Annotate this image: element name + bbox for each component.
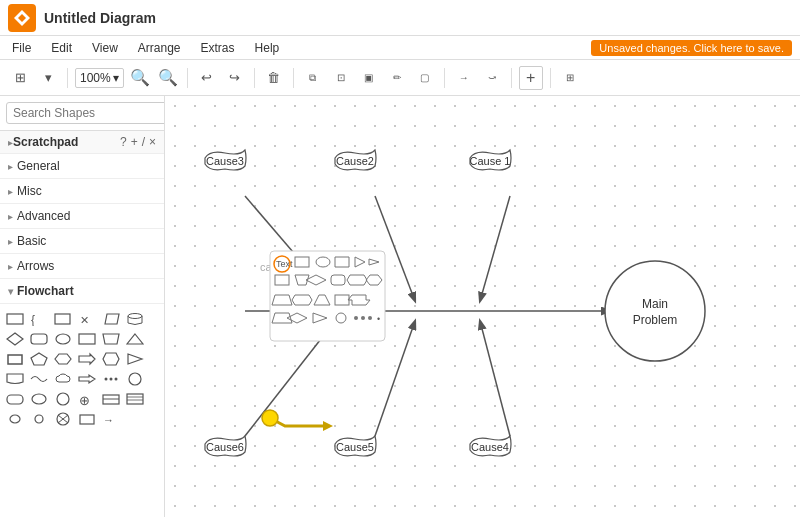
svg-marker-15 xyxy=(31,353,47,365)
undo-btn[interactable]: ↩ xyxy=(195,66,219,90)
zoom-in-btn[interactable]: 🔍 xyxy=(156,66,180,90)
shape-ellipse2[interactable] xyxy=(28,390,50,408)
shape-rect4[interactable] xyxy=(4,350,26,368)
arrows-label: Arrows xyxy=(17,259,54,273)
sidebar-item-flowchart[interactable]: ▾ Flowchart xyxy=(0,279,164,304)
menu-edit[interactable]: Edit xyxy=(47,40,76,56)
duplicate-btn[interactable]: ⧉ xyxy=(301,66,325,90)
scratchpad-label[interactable]: Scratchpad xyxy=(13,135,120,149)
shape-pentagon[interactable] xyxy=(28,350,50,368)
scratchpad-actions: ? + / × xyxy=(120,135,156,149)
menu-view[interactable]: View xyxy=(88,40,122,56)
border-btn[interactable]: ▢ xyxy=(413,66,437,90)
svg-marker-12 xyxy=(103,334,119,344)
sidebar-item-arrows[interactable]: ▸ Arrows xyxy=(0,254,164,279)
svg-text:Cause3: Cause3 xyxy=(206,155,244,167)
toolbar-page-dropdown[interactable]: ▾ xyxy=(36,66,60,90)
shape-doc[interactable] xyxy=(4,370,26,388)
scratchpad-edit-btn[interactable]: / xyxy=(142,135,145,149)
zoom-dropdown-icon: ▾ xyxy=(113,71,119,85)
search-input[interactable] xyxy=(6,102,165,124)
pen-btn[interactable]: ✏ xyxy=(385,66,409,90)
toolbar-sep-1 xyxy=(67,68,68,88)
title-bar: Untitled Diagram xyxy=(0,0,800,36)
search-box: 🔍 xyxy=(0,96,164,131)
sidebar-item-advanced[interactable]: ▸ Advanced xyxy=(0,204,164,229)
shape-circle2[interactable] xyxy=(52,390,74,408)
canvas-area[interactable]: causes Main Problem xyxy=(165,96,800,517)
shape-dots[interactable] xyxy=(100,370,122,388)
insert-btn[interactable]: + xyxy=(519,66,543,90)
delete-btn[interactable]: 🗑 xyxy=(262,66,286,90)
sidebar-item-general[interactable]: ▸ General xyxy=(0,154,164,179)
shape-bigrarrow[interactable] xyxy=(76,370,98,388)
shape-ellipse[interactable] xyxy=(52,330,74,348)
shape-rect3[interactable] xyxy=(76,330,98,348)
svg-text:⊕: ⊕ xyxy=(79,393,90,406)
scratchpad-help-btn[interactable]: ? xyxy=(120,135,127,149)
sidebar-item-misc[interactable]: ▸ Misc xyxy=(0,179,164,204)
table-btn[interactable]: ⊞ xyxy=(558,66,582,90)
scratchpad-add-btn[interactable]: + xyxy=(131,135,138,149)
shape-cloud[interactable] xyxy=(52,370,74,388)
arrows-arrow: ▸ xyxy=(8,261,13,272)
svg-marker-20 xyxy=(79,375,95,383)
shape-trapezoid[interactable] xyxy=(100,330,122,348)
toolbar-sep-3 xyxy=(254,68,255,88)
shape-circle[interactable] xyxy=(124,370,146,388)
menu-help[interactable]: Help xyxy=(251,40,284,56)
menu-arrange[interactable]: Arrange xyxy=(134,40,185,56)
shape-diamond[interactable] xyxy=(4,330,26,348)
redo-btn[interactable]: ↪ xyxy=(223,66,247,90)
svg-marker-4 xyxy=(105,314,119,324)
shape-play[interactable] xyxy=(124,350,146,368)
shape-triangle[interactable] xyxy=(124,330,146,348)
shape-darrow[interactable] xyxy=(100,350,122,368)
svg-line-47 xyxy=(480,321,510,436)
menu-extras[interactable]: Extras xyxy=(197,40,239,56)
toolbar-sep-5 xyxy=(444,68,445,88)
shape-plus[interactable]: ⊕ xyxy=(76,390,98,408)
shape-cylinder[interactable] xyxy=(124,310,146,328)
svg-point-22 xyxy=(110,378,113,381)
shape-rounded-rect[interactable] xyxy=(28,330,50,348)
sidebar-item-basic[interactable]: ▸ Basic xyxy=(0,229,164,254)
svg-point-10 xyxy=(56,334,70,344)
svg-point-5 xyxy=(128,314,142,319)
shape-rect[interactable] xyxy=(4,310,26,328)
flowchart-arrow: ▾ xyxy=(8,286,13,297)
toolbar-pages-btn[interactable]: ⊞ xyxy=(8,66,32,90)
shape-rect5[interactable] xyxy=(76,410,98,428)
toolbar-zoom[interactable]: 100% ▾ xyxy=(75,68,124,88)
shape-wavy[interactable] xyxy=(28,370,50,388)
shape-cross[interactable]: ✕ xyxy=(76,310,98,328)
misc-label: Misc xyxy=(17,184,42,198)
waypoint-btn[interactable]: ⤻ xyxy=(480,66,504,90)
toolbar-sep-2 xyxy=(187,68,188,88)
scratchpad-close-btn[interactable]: × xyxy=(149,135,156,149)
svg-text:Cause 1: Cause 1 xyxy=(470,155,511,167)
shape-parallelogram[interactable] xyxy=(100,310,122,328)
shape-small-circle[interactable] xyxy=(28,410,50,428)
shape-horiz-split[interactable] xyxy=(100,390,122,408)
svg-text:✕: ✕ xyxy=(80,314,89,326)
shape-lines-rect[interactable] xyxy=(124,390,146,408)
shape-circle-x[interactable] xyxy=(52,410,74,428)
menu-file[interactable]: File xyxy=(8,40,35,56)
fill-btn[interactable]: ▣ xyxy=(357,66,381,90)
shape-hexagon[interactable] xyxy=(52,350,74,368)
svg-point-26 xyxy=(32,394,46,404)
shape-rounded-rect2[interactable] xyxy=(4,390,26,408)
zoom-out-btn[interactable]: 🔍 xyxy=(128,66,152,90)
shape-rarrow[interactable] xyxy=(76,350,98,368)
copy-btn[interactable]: ⊡ xyxy=(329,66,353,90)
connector-btn[interactable]: → xyxy=(452,66,476,90)
svg-point-27 xyxy=(57,393,69,405)
shape-brace[interactable]: { xyxy=(28,310,50,328)
shape-arrow-right[interactable]: → xyxy=(100,410,122,428)
shape-rect2[interactable] xyxy=(52,310,74,328)
unsaved-badge[interactable]: Unsaved changes. Click here to save. xyxy=(591,40,792,56)
shape-small-ellipse[interactable] xyxy=(4,410,26,428)
basic-arrow: ▸ xyxy=(8,236,13,247)
svg-rect-0 xyxy=(7,314,23,324)
